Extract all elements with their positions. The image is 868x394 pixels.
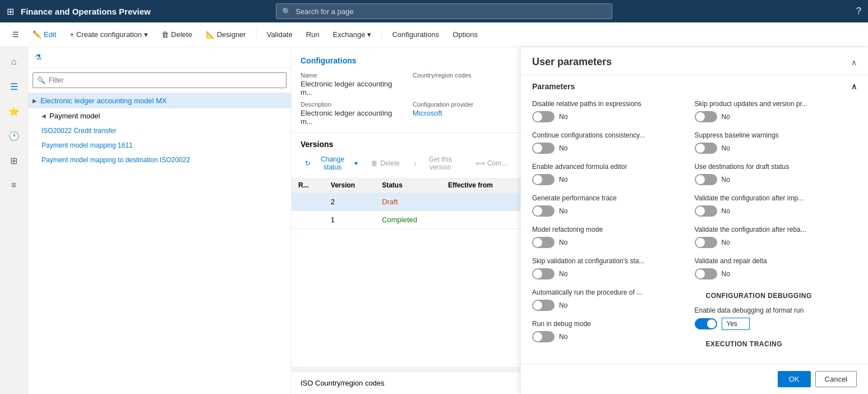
sidebar-icon-favorites[interactable]: ⭐ (4, 101, 24, 121)
exchange-button[interactable]: Exchange ▾ (327, 27, 377, 42)
param-row-5: Skip validation at configuration's sta..… (532, 253, 695, 284)
enable-debug-control: Yes (695, 318, 857, 330)
cell-effective-1 (441, 211, 520, 229)
right-toggle-3[interactable] (695, 205, 717, 217)
tree-item-label-1: Payment model (49, 112, 287, 120)
cancel-button[interactable]: Cancel (815, 371, 857, 387)
exec-tracing-divider: EXECUTION TRACING (695, 335, 857, 350)
toggle-2[interactable] (532, 174, 555, 185)
toggle-7[interactable] (532, 331, 555, 342)
right-toggle-label-3: No (722, 207, 730, 215)
toggle-label-0: No (559, 113, 567, 121)
grid-icon[interactable]: ⊞ (7, 6, 14, 17)
tree-item-1[interactable]: ◀ Payment model (28, 108, 291, 123)
sidebar-icon-recent[interactable]: 🕐 (4, 126, 24, 146)
create-config-button[interactable]: + Create configuration ▾ (64, 27, 154, 42)
toggle-0[interactable] (532, 111, 555, 122)
panel-header: User parameters ∧ (521, 47, 868, 75)
configurations-button[interactable]: Configurations (386, 27, 445, 42)
designer-button[interactable]: 📐 Designer (200, 27, 252, 42)
trash-icon: 🗑 (371, 159, 378, 167)
tree-item-2[interactable]: ISO20022 Credit transfer (28, 123, 291, 138)
help-icon[interactable]: ? (856, 6, 861, 16)
toggle-4[interactable] (532, 237, 555, 248)
table-row[interactable]: 2 Draft (292, 193, 520, 211)
filter-button[interactable]: ⚗ (33, 51, 44, 64)
right-toggle-2[interactable] (695, 174, 717, 185)
param-control-5: No (532, 268, 695, 280)
refresh-icon: ↻ (305, 159, 311, 167)
compare-button[interactable]: ⟺ Com... (471, 157, 511, 169)
tree-item-label-0: Electronic ledger accounting model MX (40, 97, 287, 105)
right-param-control-1: No (695, 143, 857, 154)
delete-button[interactable]: 🗑 Delete (156, 27, 198, 42)
panel-title: User parameters (532, 56, 612, 68)
table-header-row: R... Version Status Effective from (292, 178, 520, 193)
left-params-col: Disable relative paths in expressions No… (532, 95, 695, 350)
right-toggle-0[interactable] (695, 111, 717, 122)
ok-button[interactable]: OK (778, 371, 811, 387)
horizontal-scrollbar[interactable] (292, 367, 520, 372)
provider-value[interactable]: Microsoft (413, 109, 511, 117)
download-icon: ↓ (413, 159, 417, 167)
sidebar-icon-workspaces[interactable]: ⊞ (4, 150, 24, 171)
right-param-row-1: Suppress baseline warnings No (695, 127, 857, 158)
compare-icon: ⟺ (475, 159, 485, 167)
sidebar-icon-filter[interactable]: ☰ (4, 76, 24, 97)
enable-debug-toggle[interactable] (695, 318, 717, 329)
collapse-params-icon[interactable]: ∧ (851, 82, 857, 91)
tree-item-4[interactable]: Payment model mapping to destination ISO… (28, 153, 291, 167)
sidebar-icon-list[interactable]: ≡ (4, 175, 24, 195)
col-effective: Effective from (441, 178, 520, 193)
delete-icon: 🗑 (161, 30, 169, 39)
tree-item-3[interactable]: Payment model mapping 1611 (28, 138, 291, 153)
enable-debug-value: Yes (722, 318, 750, 330)
right-toggle-5[interactable] (695, 268, 717, 280)
collapse-button[interactable]: ∧ (851, 58, 857, 67)
toggle-6[interactable] (532, 300, 555, 311)
edit-button[interactable]: ✏️ Edit (27, 27, 62, 42)
col-status: Status (375, 178, 441, 193)
param-row-4: Model refactoring mode No (532, 221, 695, 253)
right-toggle-4[interactable] (695, 237, 717, 248)
param-label-5: Skip validation at configuration's sta..… (532, 257, 695, 265)
right-toggle-label-0: No (722, 113, 730, 121)
expand-icon-0: ▶ (33, 98, 37, 104)
sidebar-icon-home[interactable]: ⌂ (4, 52, 24, 72)
exchange-chevron-icon: ▾ (367, 30, 371, 39)
tree-panel: ⚗ 🔍 ▶ Electronic ledger accounting model… (28, 47, 292, 394)
toggle-3[interactable] (532, 205, 555, 217)
provider-field: Configuration provider Microsoft (413, 101, 511, 126)
tree-item-0[interactable]: ▶ Electronic ledger accounting model MX (28, 93, 291, 108)
toggle-1[interactable] (532, 143, 555, 154)
get-version-button[interactable]: ↓ Get this version (409, 153, 467, 173)
change-status-button[interactable]: ↻ Change status ▾ (301, 153, 362, 173)
enable-debug-label: Enable data debugging at format run (695, 306, 857, 314)
name-field: Name Electronic ledger accounting m... (301, 72, 399, 97)
run-button[interactable]: Run (301, 27, 325, 42)
search-placeholder: Search for a page (296, 7, 353, 16)
hamburger-icon: ☰ (12, 30, 19, 39)
configs-section: Configurations Name Electronic ledger ac… (292, 47, 520, 132)
right-toggle-1[interactable] (695, 143, 717, 154)
separator (256, 28, 257, 42)
nav-menu-button[interactable]: ☰ (7, 27, 25, 42)
validate-button[interactable]: Validate (261, 27, 298, 42)
search-bar[interactable]: 🔍 Search for a page (276, 3, 612, 19)
toggle-5[interactable] (532, 268, 555, 280)
versions-toolbar: ↻ Change status ▾ 🗑 Delete ↓ Get this ve… (292, 153, 520, 178)
right-param-label-4: Validate the configuration after reba... (695, 226, 857, 233)
iso-title: ISO Country/region codes (301, 379, 511, 387)
delete-version-button[interactable]: 🗑 Delete (367, 157, 404, 169)
right-param-label-1: Suppress baseline warnings (695, 131, 857, 139)
options-button[interactable]: Options (447, 27, 483, 42)
table-row[interactable]: 1 Completed (292, 211, 520, 229)
tree-item-label-4: Payment model mapping to destination ISO… (41, 156, 287, 164)
plus-icon: + (70, 30, 74, 39)
chevron-icon: ▾ (354, 159, 358, 167)
country-label: Country/region codes (413, 72, 511, 79)
versions-section: Versions ↻ Change status ▾ 🗑 Delete ↓ Ge… (292, 132, 520, 367)
param-row-7: Run in debug mode No (532, 315, 695, 347)
filter-input[interactable] (33, 72, 287, 88)
toggle-label-5: No (559, 270, 567, 278)
